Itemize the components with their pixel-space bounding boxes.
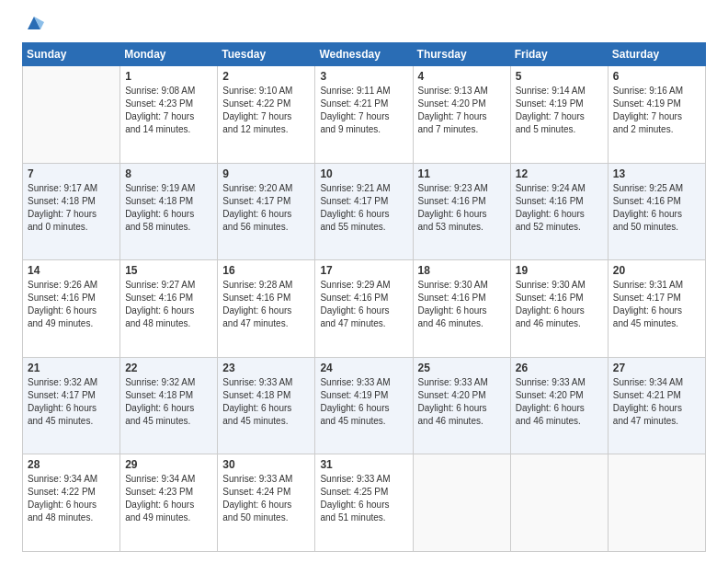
day-number: 31 <box>320 458 407 471</box>
col-header-sunday: Sunday <box>23 43 120 66</box>
calendar-cell: 30Sunrise: 9:33 AMSunset: 4:24 PMDayligh… <box>218 454 315 552</box>
cell-content: Sunrise: 9:17 AMSunset: 4:18 PMDaylight:… <box>28 182 115 234</box>
day-number: 13 <box>613 167 700 180</box>
cell-content: Sunrise: 9:33 AMSunset: 4:20 PMDaylight:… <box>418 376 506 428</box>
day-number: 5 <box>516 70 603 83</box>
cell-content: Sunrise: 9:11 AMSunset: 4:21 PMDaylight:… <box>320 85 407 136</box>
day-number: 17 <box>320 264 407 277</box>
cell-content: Sunrise: 9:32 AMSunset: 4:18 PMDaylight:… <box>125 376 212 428</box>
day-number: 18 <box>418 264 506 277</box>
cell-content: Sunrise: 9:33 AMSunset: 4:24 PMDaylight:… <box>222 473 310 524</box>
calendar-cell: 11Sunrise: 9:23 AMSunset: 4:16 PMDayligh… <box>413 163 510 260</box>
calendar-cell: 16Sunrise: 9:28 AMSunset: 4:16 PMDayligh… <box>218 260 315 358</box>
calendar-week-row: 21Sunrise: 9:32 AMSunset: 4:17 PMDayligh… <box>23 357 706 454</box>
calendar-cell: 29Sunrise: 9:34 AMSunset: 4:23 PMDayligh… <box>120 454 218 552</box>
cell-content: Sunrise: 9:33 AMSunset: 4:25 PMDaylight:… <box>320 473 407 524</box>
calendar-cell: 17Sunrise: 9:29 AMSunset: 4:16 PMDayligh… <box>315 260 413 358</box>
day-number: 20 <box>613 264 700 277</box>
logo <box>22 17 50 33</box>
calendar-cell <box>413 454 510 552</box>
cell-content: Sunrise: 9:33 AMSunset: 4:19 PMDaylight:… <box>320 376 407 428</box>
day-number: 6 <box>613 70 700 83</box>
col-header-saturday: Saturday <box>608 43 705 66</box>
calendar-week-row: 7Sunrise: 9:17 AMSunset: 4:18 PMDaylight… <box>23 163 706 260</box>
cell-content: Sunrise: 9:33 AMSunset: 4:20 PMDaylight:… <box>516 376 603 428</box>
cell-content: Sunrise: 9:30 AMSunset: 4:16 PMDaylight:… <box>516 279 603 330</box>
col-header-thursday: Thursday <box>413 43 510 66</box>
cell-content: Sunrise: 9:23 AMSunset: 4:16 PMDaylight:… <box>418 182 506 234</box>
cell-content: Sunrise: 9:14 AMSunset: 4:19 PMDaylight:… <box>516 85 603 136</box>
cell-content: Sunrise: 9:19 AMSunset: 4:18 PMDaylight:… <box>125 182 212 234</box>
cell-content: Sunrise: 9:13 AMSunset: 4:20 PMDaylight:… <box>418 85 506 136</box>
day-number: 4 <box>418 70 506 83</box>
day-number: 9 <box>222 167 310 180</box>
day-number: 16 <box>222 264 310 277</box>
calendar-cell: 18Sunrise: 9:30 AMSunset: 4:16 PMDayligh… <box>413 260 510 358</box>
day-number: 14 <box>28 264 115 277</box>
cell-content: Sunrise: 9:29 AMSunset: 4:16 PMDaylight:… <box>320 279 407 330</box>
calendar-cell: 25Sunrise: 9:33 AMSunset: 4:20 PMDayligh… <box>413 357 510 454</box>
calendar-cell: 26Sunrise: 9:33 AMSunset: 4:20 PMDayligh… <box>510 357 608 454</box>
cell-content: Sunrise: 9:08 AMSunset: 4:23 PMDaylight:… <box>125 85 212 136</box>
calendar-cell: 2Sunrise: 9:10 AMSunset: 4:22 PMDaylight… <box>218 66 315 164</box>
day-number: 3 <box>320 70 407 83</box>
calendar-cell: 22Sunrise: 9:32 AMSunset: 4:18 PMDayligh… <box>120 357 218 454</box>
calendar-cell: 13Sunrise: 9:25 AMSunset: 4:16 PMDayligh… <box>608 163 705 260</box>
calendar-cell: 20Sunrise: 9:31 AMSunset: 4:17 PMDayligh… <box>608 260 705 358</box>
calendar-cell: 21Sunrise: 9:32 AMSunset: 4:17 PMDayligh… <box>23 357 120 454</box>
cell-content: Sunrise: 9:20 AMSunset: 4:17 PMDaylight:… <box>222 182 310 234</box>
day-number: 8 <box>125 167 212 180</box>
calendar-week-row: 1Sunrise: 9:08 AMSunset: 4:23 PMDaylight… <box>23 66 706 164</box>
header <box>22 17 706 33</box>
calendar-cell <box>510 454 608 552</box>
calendar-cell: 8Sunrise: 9:19 AMSunset: 4:18 PMDaylight… <box>120 163 218 260</box>
cell-content: Sunrise: 9:33 AMSunset: 4:18 PMDaylight:… <box>222 376 310 428</box>
cell-content: Sunrise: 9:10 AMSunset: 4:22 PMDaylight:… <box>222 85 310 136</box>
calendar-cell: 5Sunrise: 9:14 AMSunset: 4:19 PMDaylight… <box>510 66 608 164</box>
cell-content: Sunrise: 9:25 AMSunset: 4:16 PMDaylight:… <box>613 182 700 234</box>
calendar-week-row: 28Sunrise: 9:34 AMSunset: 4:22 PMDayligh… <box>23 454 706 552</box>
calendar-cell: 10Sunrise: 9:21 AMSunset: 4:17 PMDayligh… <box>315 163 413 260</box>
cell-content: Sunrise: 9:31 AMSunset: 4:17 PMDaylight:… <box>613 279 700 330</box>
day-number: 27 <box>613 362 700 374</box>
calendar-cell: 9Sunrise: 9:20 AMSunset: 4:17 PMDaylight… <box>218 163 315 260</box>
cell-content: Sunrise: 9:26 AMSunset: 4:16 PMDaylight:… <box>28 279 115 330</box>
day-number: 24 <box>320 362 407 374</box>
calendar-cell: 28Sunrise: 9:34 AMSunset: 4:22 PMDayligh… <box>23 454 120 552</box>
day-number: 11 <box>418 167 506 180</box>
day-number: 10 <box>320 167 407 180</box>
calendar-cell: 1Sunrise: 9:08 AMSunset: 4:23 PMDaylight… <box>120 66 218 164</box>
day-number: 23 <box>222 362 310 374</box>
col-header-wednesday: Wednesday <box>315 43 413 66</box>
calendar-cell: 15Sunrise: 9:27 AMSunset: 4:16 PMDayligh… <box>120 260 218 358</box>
logo-icon <box>24 13 44 33</box>
page: SundayMondayTuesdayWednesdayThursdayFrid… <box>0 0 728 563</box>
calendar-table: SundayMondayTuesdayWednesdayThursdayFrid… <box>22 42 706 552</box>
calendar-cell: 14Sunrise: 9:26 AMSunset: 4:16 PMDayligh… <box>23 260 120 358</box>
cell-content: Sunrise: 9:34 AMSunset: 4:23 PMDaylight:… <box>125 473 212 524</box>
cell-content: Sunrise: 9:30 AMSunset: 4:16 PMDaylight:… <box>418 279 506 330</box>
calendar-cell: 24Sunrise: 9:33 AMSunset: 4:19 PMDayligh… <box>315 357 413 454</box>
day-number: 30 <box>222 458 310 471</box>
calendar-cell: 4Sunrise: 9:13 AMSunset: 4:20 PMDaylight… <box>413 66 510 164</box>
calendar-cell: 12Sunrise: 9:24 AMSunset: 4:16 PMDayligh… <box>510 163 608 260</box>
calendar-cell: 31Sunrise: 9:33 AMSunset: 4:25 PMDayligh… <box>315 454 413 552</box>
day-number: 22 <box>125 362 212 374</box>
cell-content: Sunrise: 9:34 AMSunset: 4:21 PMDaylight:… <box>613 376 700 428</box>
day-number: 15 <box>125 264 212 277</box>
cell-content: Sunrise: 9:21 AMSunset: 4:17 PMDaylight:… <box>320 182 407 234</box>
cell-content: Sunrise: 9:16 AMSunset: 4:19 PMDaylight:… <box>613 85 700 136</box>
day-number: 21 <box>28 362 115 374</box>
calendar-cell: 23Sunrise: 9:33 AMSunset: 4:18 PMDayligh… <box>218 357 315 454</box>
cell-content: Sunrise: 9:32 AMSunset: 4:17 PMDaylight:… <box>28 376 115 428</box>
day-number: 26 <box>516 362 603 374</box>
day-number: 2 <box>222 70 310 83</box>
calendar-cell: 27Sunrise: 9:34 AMSunset: 4:21 PMDayligh… <box>608 357 705 454</box>
day-number: 28 <box>28 458 115 471</box>
day-number: 29 <box>125 458 212 471</box>
cell-content: Sunrise: 9:34 AMSunset: 4:22 PMDaylight:… <box>28 473 115 524</box>
calendar-cell: 19Sunrise: 9:30 AMSunset: 4:16 PMDayligh… <box>510 260 608 358</box>
calendar-cell <box>23 66 120 164</box>
cell-content: Sunrise: 9:24 AMSunset: 4:16 PMDaylight:… <box>516 182 603 234</box>
col-header-tuesday: Tuesday <box>218 43 315 66</box>
